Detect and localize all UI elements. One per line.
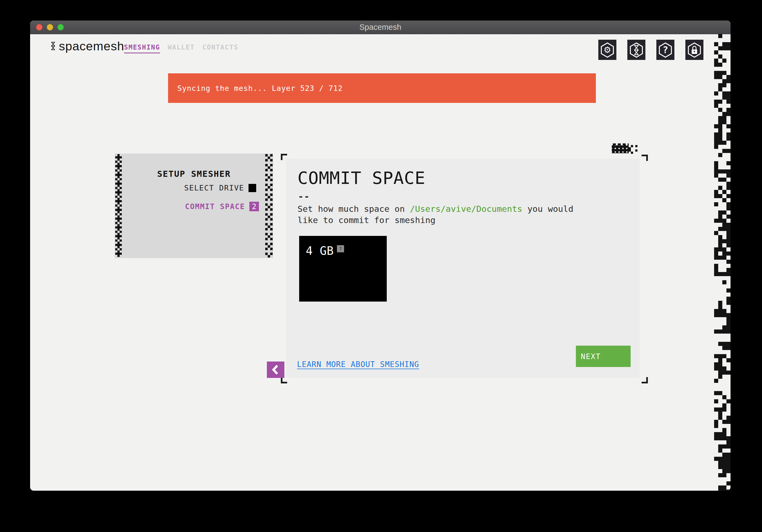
corner-bracket [642,377,648,383]
dither-decoration [612,143,638,153]
step-select-drive[interactable]: SELECT DRIVE [184,184,256,192]
nav-wallet[interactable]: WALLET [168,43,195,53]
lock-icon[interactable] [685,40,704,60]
svg-text:?: ? [663,44,668,55]
corner-bracket [642,155,648,161]
description-text: Set how much space on /Users/avive/Docum… [297,203,596,226]
traffic-lights [36,24,64,31]
setup-panel-title: SETUP SMESHER [115,169,273,179]
close-button[interactable] [36,24,42,31]
help-icon[interactable]: ? [656,40,674,60]
setup-smesher-panel: SETUP SMESHER SELECT DRIVE COMMIT SPACE … [115,154,273,258]
nav-contacts[interactable]: CONTACTS [202,43,238,53]
svg-text:⚙: ⚙ [603,45,611,55]
step-done-square [249,184,256,192]
spacemesh-logo-icon [50,41,56,51]
zoom-button[interactable] [57,24,64,31]
next-button-label: NEXT [581,345,601,367]
step-label: SELECT DRIVE [184,184,244,192]
main-nav: SMESHING WALLET CONTACTS [124,43,238,53]
tooltip-icon[interactable]: ? [337,245,344,252]
next-button[interactable]: NEXT [576,345,631,367]
nav-smeshing[interactable]: SMESHING [124,43,160,53]
page-title: COMMIT SPACE [297,168,425,188]
corner-bracket [281,154,287,160]
space-value[interactable]: 4 [306,244,313,258]
logo-text: spacemesh [59,39,124,53]
space-amount-selector[interactable]: 4 GB ? [299,236,387,302]
sync-status-banner: Syncing the mesh... Layer 523 / 712 [168,73,596,103]
space-value-row: 4 GB ? [306,244,344,258]
chevron-left-icon [267,361,284,378]
description-prefix: Set how much space on [297,204,410,214]
step-label: COMMIT SPACE [185,202,245,211]
window-title: Spacemesh [359,23,401,32]
title-divider: -- [298,191,310,202]
minimize-button[interactable] [47,24,53,31]
documents-path: /Users/avive/Documents [410,204,522,214]
step-commit-space[interactable]: COMMIT SPACE 2 [185,202,259,211]
settings-icon[interactable]: ⚙ [598,40,616,60]
space-unit: GB [320,244,334,258]
learn-more-link[interactable]: LEARN MORE ABOUT SMESHING [297,360,419,369]
titlebar: Spacemesh [30,21,730,34]
screen: Spacemesh spacemesh SMESHING WALLET CONT… [0,0,762,532]
app-logo: spacemesh [50,39,124,53]
sync-status-text: Syncing the mesh... Layer 523 / 712 [177,73,343,103]
collapse-panel-button[interactable] [267,361,284,378]
commit-space-panel: COMMIT SPACE -- Set how much space on /U… [286,159,640,378]
header-icons: ⚙ ? [598,40,704,60]
step-number-badge: 2 [249,202,259,211]
dither-decoration [714,34,730,491]
corner-bracket [281,377,287,383]
app-window: Spacemesh spacemesh SMESHING WALLET CONT… [30,21,730,491]
network-icon[interactable] [627,40,646,60]
